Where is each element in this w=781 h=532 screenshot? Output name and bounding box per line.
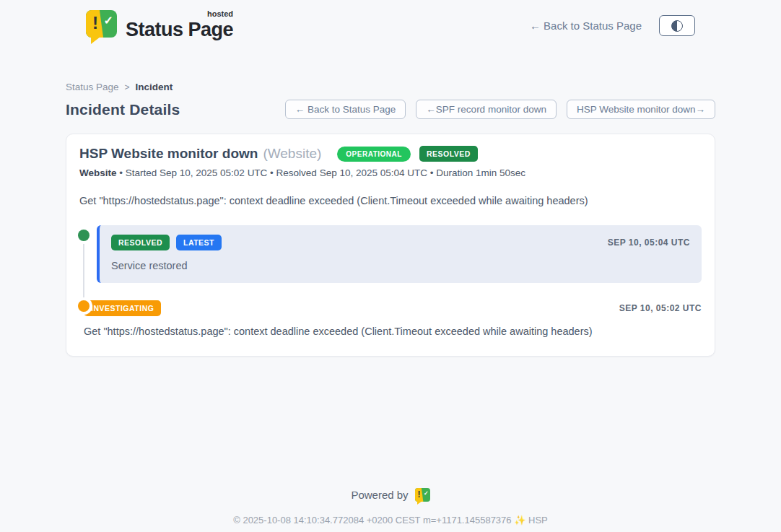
timeline-entry-investigating: INVESTIGATING SEP 10, 05:02 UTC Get "htt… [79, 300, 702, 337]
brand-text: Status Page hosted [126, 10, 233, 41]
copyright-text: © 2025-10-08 14:10:34.772084 +0200 CEST … [233, 515, 511, 526]
exclamation-glyph: ! [92, 13, 98, 33]
meta-component-name: Website [79, 167, 117, 178]
incident-description: Get "https://hostedstatus.page": context… [79, 195, 702, 206]
copyright-brand: HSP [528, 515, 548, 526]
main-content: Status Page > Incident Incident Details … [66, 82, 715, 357]
investigating-badge: INVESTIGATING [84, 300, 161, 316]
timeline-timestamp: SEP 10, 05:02 UTC [619, 303, 702, 313]
sparkles-icon: ✨ [514, 515, 525, 526]
timeline-message: Get "https://hostedstatus.page": context… [84, 326, 702, 337]
resolved-state-badge: RESOLVED [419, 146, 478, 162]
header-back-to-status-page-link[interactable]: ← Back to Status Page [530, 19, 642, 32]
logo-bubble-tail [417, 501, 422, 505]
latest-badge: LATEST [176, 235, 222, 250]
operational-status-badge: OPERATIONAL [337, 147, 411, 162]
timeline-dot-orange [78, 300, 90, 312]
timeline-dot-green [78, 230, 90, 241]
next-incident-button[interactable]: HSP Website monitor down→ [567, 100, 715, 119]
timeline-message: Service restored [111, 260, 690, 271]
incident-title: HSP Website monitor down [79, 146, 258, 162]
logo-bubble: ! ✓ [86, 10, 117, 38]
powered-by-label: Powered by [351, 489, 408, 501]
meta-details: • Started Sep 10, 2025 05:02 UTC • Resol… [117, 167, 526, 178]
breadcrumb-separator: > [125, 82, 130, 92]
resolved-badge: RESOLVED [111, 235, 170, 250]
powered-by: Powered by ! ✓ [351, 488, 429, 502]
incident-meta: Website • Started Sep 10, 2025 05:02 UTC… [79, 167, 702, 178]
breadcrumb-incident: Incident [136, 82, 173, 92]
back-to-status-page-button[interactable]: ← Back to Status Page [285, 100, 406, 119]
status-page-logo-icon: ! ✓ [86, 10, 117, 38]
check-glyph: ✓ [424, 490, 429, 497]
breadcrumb: Status Page > Incident [66, 82, 715, 92]
timeline-entry-resolved: RESOLVED LATEST SEP 10, 05:04 UTC Servic… [79, 225, 702, 283]
powered-by-logo-icon[interactable]: ! ✓ [415, 488, 430, 502]
brand-logo[interactable]: ! ✓ Status Page hosted [86, 10, 233, 41]
contrast-icon [671, 20, 683, 32]
timeline-entry-highlight-box: RESOLVED LATEST SEP 10, 05:04 UTC Servic… [97, 225, 702, 283]
exclamation-glyph: ! [418, 489, 421, 500]
logo-bubble-tail [91, 37, 100, 44]
brand-name: Status Page [126, 19, 233, 40]
page-header: ! ✓ Status Page hosted ← Back to Status … [0, 0, 781, 41]
prev-incident-button[interactable]: ←SPF record monitor down [416, 100, 557, 119]
breadcrumb-status-page[interactable]: Status Page [66, 82, 119, 92]
timeline-timestamp: SEP 10, 05:04 UTC [608, 237, 690, 248]
incident-nav-buttons: ← Back to Status Page ←SPF record monito… [285, 100, 715, 119]
incident-component: (Website) [263, 146, 321, 162]
check-glyph: ✓ [104, 14, 113, 27]
copyright-line: © 2025-10-08 14:10:34.772084 +0200 CEST … [0, 515, 781, 526]
incident-timeline: RESOLVED LATEST SEP 10, 05:04 UTC Servic… [79, 225, 702, 337]
page-footer: Powered by ! ✓ © 2025-10-08 14:10:34.772… [0, 488, 781, 532]
brand-superscript: hosted [207, 9, 233, 18]
theme-toggle-button[interactable] [659, 15, 695, 36]
page-title: Incident Details [66, 101, 180, 118]
incident-card: HSP Website monitor down (Website) OPERA… [66, 134, 715, 357]
